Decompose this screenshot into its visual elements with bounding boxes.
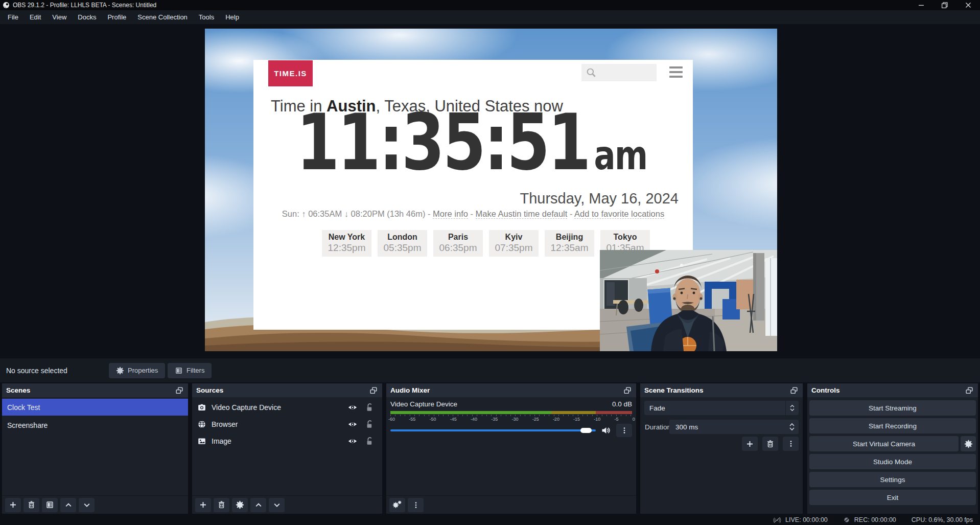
advanced-audio-button[interactable]: [389, 498, 405, 512]
audio-mixer-header[interactable]: Audio Mixer: [386, 383, 636, 397]
lock-icon[interactable]: [365, 436, 375, 446]
scene-up-button[interactable]: [60, 498, 76, 512]
spinner-arrows-icon[interactable]: [785, 420, 799, 434]
start-recording-button[interactable]: Start Recording: [809, 418, 976, 433]
obs-window: OBS 29.1.2 - Profile: LLHLS BETA - Scene…: [0, 0, 980, 525]
menu-scene-collection[interactable]: Scene Collection: [132, 10, 193, 24]
sources-panel: Sources Video Capture Device Browser: [192, 383, 382, 514]
filters-button[interactable]: Filters: [168, 363, 212, 378]
visibility-eye-icon[interactable]: [347, 402, 358, 413]
menu-docks[interactable]: Docks: [72, 10, 102, 24]
volume-slider[interactable]: [390, 429, 596, 431]
sources-panel-header[interactable]: Sources: [192, 383, 382, 397]
timeis-search-box: [581, 64, 657, 81]
globe-icon: [197, 420, 206, 429]
transition-options-button[interactable]: [783, 437, 799, 451]
sources-toolbar: [192, 495, 382, 514]
source-up-button[interactable]: [250, 498, 266, 512]
popout-icon[interactable]: [175, 386, 184, 395]
mixer-toolbar: [386, 495, 636, 514]
studio-mode-button[interactable]: Studio Mode: [809, 454, 976, 469]
start-virtual-camera-button[interactable]: Start Virtual Camera: [809, 436, 959, 451]
meter-scale: -60-55-50-45-40-35-30-25-20-15-10-50: [388, 417, 635, 422]
mixer-menu-button[interactable]: [408, 498, 424, 512]
timeis-clock: 11:35:51am: [296, 104, 647, 181]
webcam-overlay: [600, 250, 777, 351]
cpu-fps-stats: CPU: 0.6%, 30.00 fps: [912, 516, 973, 523]
filter-icon: [175, 367, 183, 375]
restore-button[interactable]: [933, 0, 956, 10]
dock-area: Scenes Clock Test Screenshare: [0, 382, 980, 515]
add-scene-button[interactable]: [5, 498, 21, 512]
scenes-panel-header[interactable]: Scenes: [2, 383, 188, 397]
popout-icon[interactable]: [965, 386, 974, 395]
menu-tools[interactable]: Tools: [193, 10, 220, 24]
remove-transition-button[interactable]: [762, 437, 778, 451]
hamburger-menu-icon: [669, 66, 683, 78]
settings-button[interactable]: Settings: [809, 472, 976, 487]
image-icon: [197, 437, 206, 446]
gear-icon: [116, 367, 124, 375]
remove-source-button[interactable]: [214, 498, 229, 512]
status-bar: LIVE: 00:00:00 REC: 00:00:00 CPU: 0.6%, …: [0, 515, 980, 525]
window-title: OBS 29.1.2 - Profile: LLHLS BETA - Scene…: [13, 2, 156, 9]
search-icon: [586, 67, 597, 78]
audio-mixer-panel: Audio Mixer Video Capture Device 0.0 dB …: [386, 383, 636, 514]
source-properties-button[interactable]: [232, 498, 248, 512]
close-button[interactable]: [956, 0, 980, 10]
scene-item-screenshare[interactable]: Screenshare: [2, 417, 188, 433]
visibility-eye-icon[interactable]: [347, 436, 358, 446]
menu-bar: File Edit View Docks Profile Scene Colle…: [0, 10, 980, 24]
scene-down-button[interactable]: [79, 498, 95, 512]
mixer-options-button[interactable]: [616, 424, 632, 437]
meter-tick-marks: [390, 415, 632, 416]
preview-canvas[interactable]: TIME.IS Time in Austin, Texas, United St…: [205, 29, 777, 351]
source-item-browser[interactable]: Browser: [192, 416, 382, 432]
add-source-button[interactable]: [195, 498, 211, 512]
controls-panel: Controls Start Streaming Start Recording…: [807, 383, 978, 514]
make-default-link: Make Austin time default: [476, 209, 568, 219]
speaker-icon[interactable]: [601, 425, 611, 436]
city-time-newyork: New York12:35pm: [322, 230, 371, 257]
no-source-status: No source selected: [6, 367, 67, 375]
visibility-eye-icon[interactable]: [347, 419, 358, 429]
duration-spinbox[interactable]: 300 ms: [669, 420, 799, 434]
rec-timer: REC: 00:00:00: [854, 516, 896, 523]
menu-help[interactable]: Help: [220, 10, 245, 24]
menu-profile[interactable]: Profile: [102, 10, 132, 24]
live-timer: LIVE: 00:00:00: [785, 516, 828, 523]
timeis-logo: TIME.IS: [268, 60, 313, 86]
transition-select[interactable]: Fade: [644, 401, 799, 415]
virtual-camera-config-button[interactable]: [961, 436, 976, 451]
controls-header[interactable]: Controls: [807, 383, 978, 397]
properties-button[interactable]: Properties: [109, 363, 165, 378]
lock-icon[interactable]: [365, 402, 375, 413]
source-item-image[interactable]: Image: [192, 432, 382, 449]
scene-item-clock-test[interactable]: Clock Test: [2, 399, 188, 416]
add-transition-button[interactable]: [742, 437, 758, 451]
lock-icon[interactable]: [365, 419, 375, 429]
exit-button[interactable]: Exit: [809, 490, 976, 505]
remove-scene-button[interactable]: [24, 498, 39, 512]
popout-icon[interactable]: [623, 386, 632, 395]
menu-file[interactable]: File: [2, 10, 24, 24]
city-time-paris: Paris06:35pm: [433, 230, 483, 257]
scenes-toolbar: [2, 495, 188, 514]
obs-logo-icon: [3, 2, 10, 9]
popout-icon[interactable]: [369, 386, 378, 395]
minimize-button[interactable]: [909, 0, 933, 10]
scene-filters-button[interactable]: [42, 498, 58, 512]
volume-slider-handle[interactable]: [580, 428, 592, 433]
source-down-button[interactable]: [269, 498, 285, 512]
source-item-video-capture[interactable]: Video Capture Device: [192, 399, 382, 416]
start-streaming-button[interactable]: Start Streaming: [809, 400, 976, 416]
dropdown-arrows-icon: [785, 401, 799, 415]
streaming-inactive-icon: [773, 516, 781, 523]
popout-icon[interactable]: [789, 386, 799, 395]
menu-edit[interactable]: Edit: [24, 10, 46, 24]
menu-view[interactable]: View: [46, 10, 72, 24]
city-time-london: London05:35pm: [378, 230, 427, 257]
mixer-db-value: 0.0 dB: [612, 400, 632, 408]
transitions-header[interactable]: Scene Transitions: [640, 383, 803, 397]
mixer-channel-name: Video Capture Device: [390, 400, 457, 408]
